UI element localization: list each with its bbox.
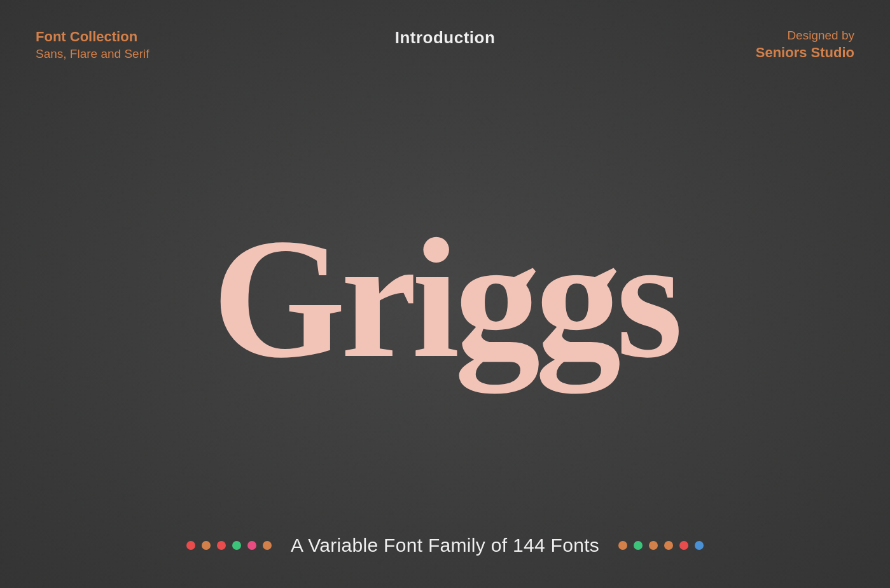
dot-orange2 bbox=[263, 541, 272, 550]
dots-right bbox=[618, 541, 704, 550]
dot-pink bbox=[247, 541, 256, 550]
dots-left bbox=[186, 541, 272, 550]
dot-orange bbox=[202, 541, 211, 550]
dot-orange4 bbox=[649, 541, 658, 550]
dot-red2 bbox=[217, 541, 226, 550]
dot-orange3 bbox=[618, 541, 627, 550]
page-container: Font Collection Sans, Flare and Serif In… bbox=[0, 0, 890, 588]
footer: A Variable Font Family of 144 Fonts bbox=[0, 535, 890, 588]
dot-green bbox=[232, 541, 241, 550]
header-right: Designed by Seniors Studio bbox=[756, 28, 854, 62]
introduction-label: Introduction bbox=[395, 28, 496, 47]
header-left: Font Collection Sans, Flare and Serif bbox=[36, 28, 149, 62]
font-collection-title: Font Collection bbox=[36, 28, 149, 46]
header: Font Collection Sans, Flare and Serif In… bbox=[0, 0, 890, 62]
dot-red bbox=[186, 541, 195, 550]
designed-by-label: Designed by bbox=[787, 28, 854, 44]
brand-name: Griggs bbox=[212, 212, 678, 384]
dot-blue bbox=[695, 541, 704, 550]
main-display: Griggs bbox=[0, 62, 890, 535]
header-center: Introduction bbox=[395, 28, 496, 48]
footer-tagline: A Variable Font Family of 144 Fonts bbox=[291, 535, 599, 556]
dot-green2 bbox=[634, 541, 643, 550]
font-collection-subtitle: Sans, Flare and Serif bbox=[36, 46, 149, 62]
dot-red3 bbox=[679, 541, 688, 550]
dot-orange5 bbox=[664, 541, 673, 550]
studio-name: Seniors Studio bbox=[756, 44, 854, 62]
